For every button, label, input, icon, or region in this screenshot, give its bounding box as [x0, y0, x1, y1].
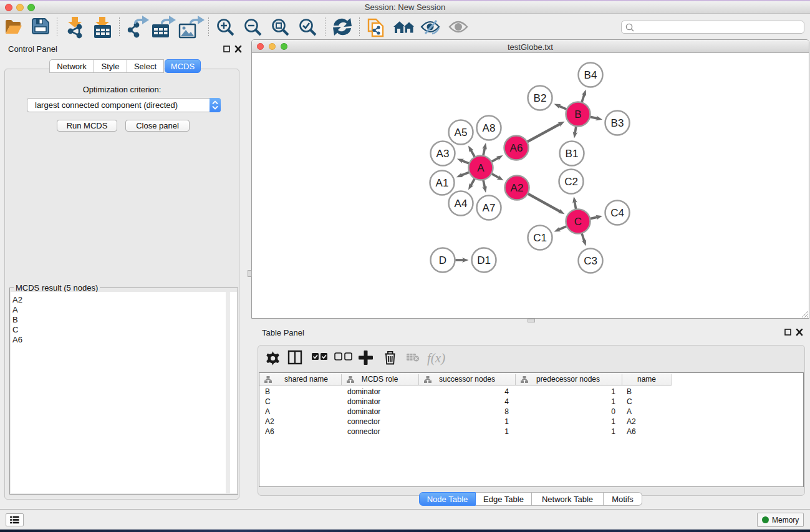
svg-text:1: 1: [611, 397, 615, 406]
svg-text:successor nodes: successor nodes: [439, 375, 495, 384]
svg-text:dominator: dominator: [347, 407, 380, 416]
svg-text:1: 1: [611, 387, 615, 396]
svg-text:B1: B1: [566, 148, 579, 160]
svg-text:A6: A6: [265, 427, 274, 436]
svg-text:C: C: [265, 397, 271, 406]
svg-text:C2: C2: [564, 176, 578, 188]
svg-text:A7: A7: [483, 202, 496, 214]
svg-text:1: 1: [611, 417, 615, 426]
svg-text:connector: connector: [347, 427, 380, 436]
svg-text:C: C: [574, 216, 582, 228]
svg-text:A5: A5: [455, 127, 468, 138]
svg-text:A2: A2: [265, 417, 274, 426]
svg-text:A1: A1: [436, 177, 449, 189]
svg-text:8: 8: [504, 407, 509, 416]
svg-text:D: D: [439, 254, 446, 266]
svg-text:B3: B3: [611, 117, 624, 129]
svg-text:connector: connector: [347, 417, 380, 426]
svg-text:MCDS role: MCDS role: [362, 375, 398, 384]
svg-text:A8: A8: [483, 122, 496, 134]
svg-text:A: A: [627, 407, 632, 416]
svg-text:1: 1: [504, 417, 509, 426]
svg-text:A2: A2: [511, 182, 524, 194]
svg-text:1: 1: [611, 427, 615, 436]
svg-text:name: name: [637, 375, 656, 384]
svg-text:C4: C4: [610, 207, 624, 219]
svg-text:B4: B4: [584, 69, 597, 81]
svg-text:dominator: dominator: [347, 397, 380, 406]
svg-text:0: 0: [611, 407, 615, 416]
svg-text:A: A: [265, 407, 270, 416]
svg-text:D1: D1: [477, 254, 491, 266]
svg-text:A2: A2: [627, 417, 636, 426]
svg-text:B: B: [574, 109, 581, 120]
svg-text:A6: A6: [627, 427, 636, 436]
svg-text:A: A: [477, 162, 485, 174]
svg-text:C1: C1: [533, 232, 547, 244]
svg-text:predecessor nodes: predecessor nodes: [536, 375, 600, 384]
svg-text:f(x): f(x): [427, 351, 445, 365]
svg-text:dominator: dominator: [347, 387, 380, 396]
svg-text:4: 4: [504, 397, 509, 406]
svg-text:C: C: [627, 397, 632, 406]
svg-text:A3: A3: [436, 148, 450, 160]
svg-text:4: 4: [504, 387, 509, 396]
svg-text:shared name: shared name: [284, 375, 328, 384]
svg-text:1: 1: [504, 427, 509, 436]
svg-text:B: B: [265, 387, 270, 396]
svg-text:C3: C3: [584, 255, 597, 267]
svg-text:B: B: [627, 387, 632, 396]
svg-text:A6: A6: [510, 142, 523, 154]
svg-text:A4: A4: [455, 198, 468, 210]
svg-text:B2: B2: [534, 92, 547, 104]
